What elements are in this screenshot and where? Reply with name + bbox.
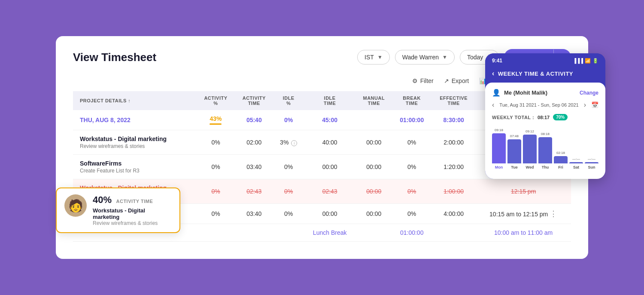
date-activity-pct: 43%	[197, 110, 235, 130]
bar-label: Tue	[511, 165, 517, 169]
bar-label: Fri	[558, 165, 563, 169]
col-effective-time: EFFECTIVETIME	[431, 91, 476, 110]
back-icon[interactable]: ‹	[492, 70, 495, 77]
timezone-chevron-icon: ▼	[377, 54, 383, 60]
chart-bar-col: —:—Sun	[585, 157, 598, 169]
activity-tooltip: 🧑 40% ACTIVITY TIME Workstatus - Digital…	[56, 187, 180, 233]
weekly-total: WEEKLY TOTAL : 08:17 70%	[492, 114, 598, 120]
avatar: 🧑	[64, 194, 87, 217]
chart-bar-col: 08:18Thu	[538, 132, 552, 169]
user-chevron-icon: ▼	[442, 54, 447, 60]
chart-bar-col: 09:12Wed	[523, 129, 537, 169]
bar-fill	[507, 139, 521, 163]
bar-fill	[492, 133, 506, 163]
bar-fill	[538, 137, 552, 163]
bar-value: 08:18	[541, 132, 550, 136]
bar-label: Sun	[588, 165, 595, 169]
user-icon: 👤	[492, 89, 501, 97]
status-bar: 9:41 ▐▐▐ 📶 🔋	[485, 53, 605, 66]
col-idle-time: IDLETIME	[304, 91, 355, 110]
bar-fill	[585, 162, 598, 163]
chart-bar-col: 09:18Mon	[492, 128, 506, 169]
lunch-label: Lunch Break	[304, 224, 355, 242]
project-info: Workstatus - Digital marketing Review wi…	[73, 130, 197, 155]
status-time: 9:41	[492, 58, 502, 64]
info-icon: i	[291, 140, 297, 146]
bar-label: Thu	[542, 165, 549, 169]
weekly-chart: 09:18Mon07:48Tue09:12Wed08:18Thu02:18Fri…	[492, 126, 598, 169]
panel-header: ‹ WEEKLY TIME & ACTIVITY	[485, 66, 605, 83]
col-idle-pct: IDLE%	[273, 91, 304, 110]
project-info: SoftwareFirms Create Feature List for R3	[73, 155, 197, 179]
bar-value: —:—	[588, 157, 595, 161]
bar-value: 07:48	[510, 134, 519, 138]
date-label: THU, AUG 8, 2022	[73, 110, 197, 130]
date-idle-pct: 0%	[273, 110, 304, 130]
date-break-time: 01:00:00	[392, 110, 431, 130]
mobile-panel: 9:41 ▐▐▐ 📶 🔋 ‹ WEEKLY TIME & ACTIVITY 👤 …	[485, 53, 605, 179]
col-activity-time: ACTIVITYTIME	[235, 91, 273, 110]
date-manual-time	[355, 110, 392, 130]
prev-week-button[interactable]: ‹	[492, 101, 494, 109]
bar-fill	[569, 162, 583, 163]
bar-label: Wed	[526, 165, 534, 169]
bar-label: Mon	[495, 165, 503, 169]
signal-icon: ▐▐▐	[573, 58, 583, 63]
bar-value: 09:12	[526, 129, 534, 133]
calendar-icon[interactable]: 📅	[591, 101, 598, 108]
wifi-icon: 📶	[585, 58, 591, 64]
user-row: 👤 Me (Mohit Malik) Change	[492, 89, 598, 97]
chart-bar-col: 07:48Tue	[507, 134, 521, 169]
bar-value: 02:18	[556, 151, 565, 155]
col-manual-time: MANUALTIME	[355, 91, 392, 110]
export-button[interactable]: ↗ Export	[444, 77, 469, 84]
tooltip-project: Workstatus - Digital marketing	[93, 207, 172, 220]
page-title: View Timesheet	[73, 51, 156, 64]
col-break-time: BREAKTIME	[392, 91, 431, 110]
battery-icon: 🔋	[592, 58, 598, 64]
col-project: PROJECT DETAILS ↑	[73, 91, 197, 110]
row-menu-icon[interactable]: ⋮	[550, 209, 557, 218]
chart-bar-col: 02:18Fri	[554, 151, 568, 169]
tooltip-percentage: 40%	[93, 194, 112, 205]
date-activity-time: 05:40	[235, 110, 273, 130]
timezone-dropdown[interactable]: IST ▼	[357, 50, 390, 65]
change-button[interactable]: Change	[580, 90, 598, 96]
date-idle-time: 45:00	[304, 110, 355, 130]
bar-value: —:—	[572, 157, 580, 161]
filter-button[interactable]: ⚙ Filter	[412, 77, 434, 84]
col-activity-pct: ACTIVITY%	[197, 91, 235, 110]
next-week-button[interactable]: ›	[584, 101, 586, 109]
bar-value: 09:18	[495, 128, 503, 132]
bar-fill	[523, 135, 537, 163]
user-dropdown[interactable]: Wade Warren ▼	[395, 50, 455, 65]
bar-label: Sat	[573, 165, 579, 169]
bar-fill	[554, 156, 568, 163]
tooltip-sub: Review wireframes & stories	[93, 220, 172, 226]
export-icon: ↗	[444, 77, 449, 84]
panel-body: 👤 Me (Mohit Malik) Change ‹ Tue, Aug 31 …	[485, 83, 605, 179]
date-effective-time: 8:30:00	[431, 110, 476, 130]
tooltip-label: ACTIVITY TIME	[116, 199, 153, 204]
date-nav: ‹ Tue, Aug 31 2021 - Sun, Sep 06 2021 › …	[492, 101, 598, 109]
chart-bar-col: —:—Sat	[569, 157, 583, 169]
filter-icon: ⚙	[412, 77, 418, 84]
